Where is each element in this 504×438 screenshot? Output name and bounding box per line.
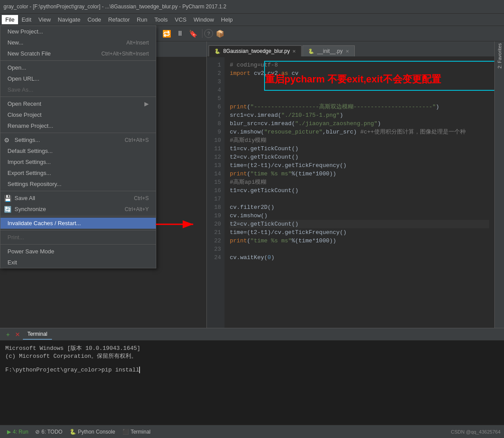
code-line-9: cv.imshow("resouse_picture",blur_src) #c… [230, 128, 489, 136]
menu-settings-repository[interactable]: Settings Repository... [0, 178, 156, 189]
help-button[interactable]: ? [204, 29, 213, 38]
titlebar: gray_color - [F:\pythonProject\gray_colo… [0, 0, 504, 13]
python-console-icon: 🐍 [70, 429, 76, 435]
menu-synchronize[interactable]: 🔄 Synchronize Ctrl+Alt+Y [0, 204, 156, 215]
menu-tools[interactable]: Tools [151, 15, 171, 24]
todo-icon: ⊘ [35, 429, 40, 435]
statusbar: ▶ 4: Run ⊘ 6: TODO 🐍 Python Console ⬛ Te… [0, 425, 504, 438]
terminal-icon: ⬛ [122, 429, 129, 435]
menu-refactor[interactable]: Refactor [105, 15, 133, 24]
code-line-14: print("time %s ms"%(time*1000)) [230, 170, 489, 178]
menu-edit[interactable]: Edit [18, 15, 35, 24]
code-line-17 [230, 195, 489, 203]
separator-3 [0, 133, 156, 133]
menubar: File Edit View Navigate Code Refactor Ru… [0, 13, 504, 26]
titlebar-title: gray_color - [F:\pythonProject\gray_colo… [4, 4, 226, 10]
menu-exit[interactable]: Exit [0, 257, 156, 268]
menu-file[interactable]: File [2, 15, 18, 24]
code-line-18: cv.filter2D() [230, 203, 489, 212]
menu-save-as: Save As... [0, 84, 156, 95]
menu-window[interactable]: Window [190, 15, 217, 24]
tab-close-8gaussian[interactable]: ✕ [292, 49, 296, 54]
tab-label-8gaussian: 8Gaussian_twoedge_blur.py [223, 48, 290, 54]
statusbar-python-console-label: Python Console [78, 429, 115, 435]
code-line-21: time=(t2-t1)/cv.getTickFrequency() [230, 228, 489, 237]
code-line-4 [230, 86, 489, 94]
code-line-3 [230, 78, 489, 86]
menu-rename-project[interactable]: Rename Project... [0, 120, 156, 131]
code-line-23 [230, 245, 489, 253]
tab-close-init[interactable]: ✕ [346, 49, 349, 54]
code-editor[interactable]: 12345 678910 1112131415 1617181920 21222… [207, 57, 494, 328]
menu-new-project[interactable]: New Project... [0, 26, 156, 37]
code-line-2: import cv2,cv2 as cv [230, 69, 489, 78]
suspend-button[interactable]: ⏸ [174, 28, 186, 39]
favorites-label[interactable]: 2: Favorites [497, 43, 502, 68]
code-line-7: src1=cv.imread("./210-175-1.png") [230, 111, 489, 119]
menu-import-settings[interactable]: Import Settings... [0, 156, 156, 167]
terminal-content[interactable]: Microsoft Windows [版本 10.0.19043.1645] (… [0, 341, 504, 425]
terminal-line-4: F:\pythonProject\gray_color>pip install [5, 367, 499, 373]
menu-new[interactable]: New... Alt+Insert [0, 37, 156, 48]
file-dropdown-menu: New Project... New... Alt+Insert New Scr… [0, 26, 156, 268]
invalidate-arrow [156, 215, 200, 233]
code-line-11: t1=cv.getTickCount() [230, 145, 489, 153]
code-line-6: print("-------------------高斯双边模糊--------… [230, 103, 489, 111]
menu-vcs[interactable]: VCS [171, 15, 190, 24]
code-line-22: print("time %s ms"%(time*1000)) [230, 237, 489, 245]
separator-1 [0, 60, 156, 61]
menu-invalidate-caches[interactable]: Invalidate Caches / Restart... [0, 218, 156, 229]
tab-8gaussian[interactable]: 🐍 8Gaussian_twoedge_blur.py ✕ [209, 45, 302, 56]
sync-icon: 🔄 [4, 206, 11, 213]
statusbar-run[interactable]: ▶ 4: Run [4, 429, 32, 435]
tab-init[interactable]: 🐍 __init__.py ✕ [302, 45, 354, 56]
menu-new-scratch[interactable]: New Scratch File Ctrl+Alt+Shift+Insert [0, 48, 156, 59]
bookmark-button[interactable]: 🔖 [186, 28, 200, 39]
code-line-12: t2=cv.getTickCount() [230, 153, 489, 161]
statusbar-todo-label: 6: TODO [41, 429, 63, 435]
code-line-10: #高斯diy模糊 [230, 136, 489, 145]
favorites-sidebar: 2: Favorites [494, 41, 504, 328]
menu-settings[interactable]: ⚙ Settings... Ctrl+Alt+S [0, 134, 156, 145]
rerun-button[interactable]: 🔁 [160, 28, 174, 39]
terminal-close-button[interactable]: ✕ [12, 330, 23, 339]
run-icon: ▶ [7, 429, 11, 435]
editor-area: 🐍 8Gaussian_twoedge_blur.py ✕ 🐍 __init__… [207, 41, 494, 328]
menu-export-settings[interactable]: Export Settings... [0, 167, 156, 178]
menu-default-settings[interactable]: Default Settings... [0, 145, 156, 156]
statusbar-terminal[interactable]: ⬛ Terminal [119, 429, 154, 435]
statusbar-python-console[interactable]: 🐍 Python Console [66, 429, 119, 435]
menu-open-url[interactable]: Open URL... [0, 73, 156, 84]
terminal-line-1: Microsoft Windows [版本 10.0.19043.1645] [5, 344, 499, 352]
menu-run[interactable]: Run [133, 15, 151, 24]
menu-open-recent[interactable]: Open Recent ▶ [0, 98, 156, 109]
menu-code[interactable]: Code [84, 15, 105, 24]
terminal-add-button[interactable]: + [4, 330, 12, 339]
code-line-20: t2=cv.getTickCount() [230, 220, 489, 228]
tab-init-icon: 🐍 [308, 48, 314, 54]
code-line-24: cv.waitKey(0) [230, 253, 489, 262]
separator-4 [0, 191, 156, 191]
tab-py-icon: 🐍 [214, 48, 221, 54]
code-line-16: t1=cv.getTickCount() [230, 186, 489, 195]
code-content[interactable]: 重启pycharm 不要exit,exit不会变更配置 # coding=utf… [224, 57, 494, 328]
menu-navigate[interactable]: Navigate [54, 15, 84, 24]
statusbar-run-label: 4: Run [13, 429, 28, 435]
menu-view[interactable]: View [35, 15, 54, 24]
code-line-5 [230, 94, 489, 103]
menu-power-save[interactable]: Power Save Mode [0, 246, 156, 257]
terminal-tab-main[interactable]: Terminal [23, 329, 52, 340]
statusbar-watermark: CSDN @qq_43625764 [451, 429, 500, 435]
save-icon: 💾 [4, 195, 11, 202]
menu-open[interactable]: Open... [0, 62, 156, 73]
code-line-1: # coding=utf-8 [230, 61, 489, 69]
menu-save-all[interactable]: 💾 Save All Ctrl+S [0, 193, 156, 204]
statusbar-todo[interactable]: ⊘ 6: TODO [32, 429, 66, 435]
vcs-button[interactable]: 📦 [213, 28, 227, 39]
separator-6 [0, 230, 156, 230]
menu-help[interactable]: Help [217, 15, 236, 24]
separator-2 [0, 97, 156, 97]
menu-close-project[interactable]: Close Project [0, 109, 156, 120]
tab-label-init: __init__.py [317, 48, 342, 54]
terminal-tab-label: Terminal [27, 331, 47, 337]
